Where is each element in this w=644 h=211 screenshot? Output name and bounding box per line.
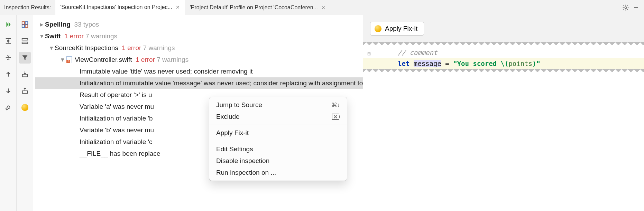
issue-text: Immutable value 'title' was never used; … [80, 66, 252, 77]
menu-run-inspection[interactable]: Run inspection on ... [209, 167, 347, 179]
tab-sourcekit[interactable]: 'SourceKit Inspections' Inspection on Pr… [55, 0, 185, 15]
issue-text: Result of operator '>' is u [80, 89, 152, 101]
svg-point-0 [625, 7, 626, 8]
preview-toolbar: Apply Fix-it [363, 15, 644, 42]
fold-indicator-bottom [363, 69, 644, 74]
group-icon[interactable] [19, 19, 31, 30]
warning-count: 7 warnings [85, 30, 117, 42]
context-menu: Jump to Source ⌘↓ Exclude Apply Fix-it E… [209, 97, 347, 181]
tree-label: ViewController.swift [75, 54, 132, 66]
chevron-down-icon[interactable]: ▾ [48, 42, 55, 54]
up-icon[interactable] [2, 68, 14, 80]
svg-rect-5 [22, 22, 24, 24]
warning-count: 7 warnings [157, 54, 188, 66]
code-highlighted-line: let message = "You scored \(points)" [363, 58, 644, 69]
tree-label: Spelling [45, 19, 71, 30]
error-count: 1 error [122, 42, 141, 54]
run-icon[interactable] [2, 19, 14, 30]
error-count: 1 error [136, 54, 155, 66]
issue-text: Initialization of variable 'b [80, 113, 153, 124]
menu-exclude[interactable]: Exclude [209, 111, 347, 123]
tree-issue[interactable]: Initialization of immutable value 'messa… [35, 77, 363, 89]
apply-fixit-button[interactable]: Apply Fix-it [370, 22, 424, 36]
menu-apply-fixit[interactable]: Apply Fix-it [209, 127, 347, 139]
tab-project-default[interactable]: 'Project Default' Profile on Project 'Co… [185, 0, 330, 15]
menu-label: Jump to Source [216, 101, 262, 109]
warning-count: 7 warnings [143, 42, 175, 54]
chevron-down-icon[interactable]: ▾ [59, 54, 66, 66]
collapse-icon[interactable] [2, 52, 14, 64]
minimize-icon[interactable] [631, 2, 641, 13]
code-preview: ⊞ // comment let message = "You scored \… [363, 42, 644, 211]
inspection-title: Inspection Results: [3, 4, 55, 11]
bulb-icon[interactable] [19, 102, 31, 113]
menu-separator [209, 125, 347, 125]
menu-label: Run inspection on ... [216, 169, 276, 176]
svg-rect-6 [25, 22, 27, 24]
menu-jump-to-source[interactable]: Jump to Source ⌘↓ [209, 99, 347, 111]
button-label: Apply Fix-it [385, 25, 417, 32]
tab-label: 'Project Default' Profile on Project 'Co… [190, 4, 318, 11]
tab-bar: Inspection Results: 'SourceKit Inspectio… [0, 0, 644, 15]
tree-label: Swift [45, 30, 61, 42]
toolbar-left-1 [0, 15, 17, 211]
expand-fold-icon[interactable]: ⊞ [367, 49, 371, 59]
menu-label: Edit Settings [216, 145, 253, 153]
close-icon[interactable]: ✕ [176, 4, 180, 10]
close-icon[interactable]: ✕ [321, 5, 325, 10]
svg-rect-12 [22, 91, 27, 93]
menu-label: Exclude [216, 113, 240, 121]
shortcut-label: ⌘↓ [331, 102, 340, 109]
tree-node-swift[interactable]: ▾ Swift 1 error 7 warnings [35, 30, 363, 42]
import-icon[interactable] [19, 68, 31, 80]
svg-rect-11 [22, 74, 27, 77]
svg-rect-8 [25, 25, 27, 27]
issue-text: Variable 'a' was never mu [80, 101, 154, 113]
svg-rect-10 [22, 42, 28, 44]
svg-rect-9 [22, 39, 28, 40]
menu-label: Apply Fix-it [216, 129, 249, 137]
chevron-right-icon[interactable]: ▸ [39, 19, 45, 30]
menu-separator [209, 141, 347, 141]
gear-icon[interactable] [620, 2, 631, 13]
expand-icon[interactable] [2, 35, 14, 47]
tree-node-spelling[interactable]: ▸ Spelling 33 typos [35, 19, 363, 30]
export-icon[interactable] [19, 85, 31, 97]
issue-text: __FILE__ has been replace [80, 148, 160, 160]
tab-label: 'SourceKit Inspections' Inspection on Pr… [60, 4, 172, 10]
menu-disable-inspection[interactable]: Disable inspection [209, 155, 347, 167]
preview-pane: Apply Fix-it ⊞ // comment let message = … [363, 15, 644, 211]
code-comment: // comment [398, 49, 437, 56]
menu-label: Disable inspection [216, 157, 269, 165]
toolbar-left-2 [17, 15, 33, 211]
tree-node-file[interactable]: ▾ ViewController.swift 1 error 7 warning… [35, 54, 363, 66]
tree-issue[interactable]: Immutable value 'title' was never used; … [35, 66, 363, 77]
error-count: 1 error [64, 30, 84, 42]
filter-icon[interactable] [19, 52, 31, 64]
menu-edit-settings[interactable]: Edit Settings [209, 143, 347, 155]
down-icon[interactable] [2, 85, 14, 97]
fold-indicator-top [363, 42, 644, 47]
issue-text: Variable 'b' was never mu [80, 124, 154, 136]
swift-file-icon [66, 56, 73, 63]
count-label: 33 typos [74, 19, 99, 30]
tree-node-sourcekit[interactable]: ▾ SourceKit Inspections 1 error 7 warnin… [35, 42, 363, 54]
wrench-icon[interactable] [2, 102, 14, 113]
group-structure-icon[interactable] [19, 35, 31, 47]
svg-rect-7 [22, 25, 24, 27]
exclude-icon [332, 114, 340, 120]
issue-text: Initialization of immutable value 'messa… [80, 77, 413, 89]
tree-label: SourceKit Inspections [55, 42, 118, 54]
issue-text: Initialization of variable 'c [80, 136, 153, 148]
chevron-down-icon[interactable]: ▾ [39, 30, 45, 42]
bulb-icon [375, 25, 381, 32]
